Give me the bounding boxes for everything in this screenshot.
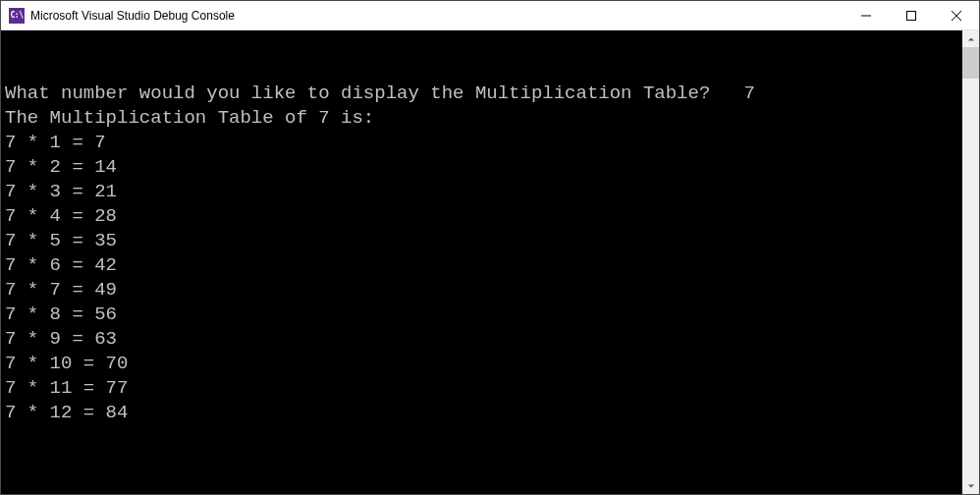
window-title: Microsoft Visual Studio Debug Console [30,9,844,23]
vertical-scrollbar[interactable] [962,30,979,494]
app-icon: C:\ [9,8,25,24]
table-row: 7 * 5 = 35 [5,229,962,253]
table-row: 7 * 4 = 28 [5,204,962,229]
console-header-line: The Multiplication Table of 7 is: [5,106,962,131]
table-row: 7 * 6 = 42 [5,253,962,278]
scroll-thumb[interactable] [962,47,979,79]
chevron-down-icon [967,482,975,490]
scroll-down-button[interactable] [962,477,979,494]
table-row: 7 * 9 = 63 [5,327,962,352]
scroll-up-button[interactable] [962,30,979,47]
console-prompt-line: What number would you like to display th… [5,82,962,106]
chevron-up-icon [967,35,975,43]
titlebar[interactable]: C:\ Microsoft Visual Studio Debug Consol… [1,1,979,30]
table-row: 7 * 3 = 21 [5,180,962,204]
table-row: 7 * 10 = 70 [5,352,962,376]
table-row: 7 * 1 = 7 [5,131,962,155]
table-row: 7 * 2 = 14 [5,155,962,180]
table-row: 7 * 8 = 56 [5,302,962,327]
svg-rect-1 [907,11,916,20]
maximize-icon [906,11,916,21]
maximize-button[interactable] [889,1,934,29]
table-row: 7 * 7 = 49 [5,278,962,302]
close-button[interactable] [934,1,979,29]
console-output[interactable]: What number would you like to display th… [1,30,962,494]
minimize-button[interactable] [844,1,889,29]
table-row: 7 * 11 = 77 [5,376,962,401]
close-icon [952,11,961,21]
table-row: 7 * 12 = 84 [5,401,962,425]
console-area: What number would you like to display th… [1,30,979,494]
window-controls [844,1,979,29]
minimize-icon [861,11,871,21]
